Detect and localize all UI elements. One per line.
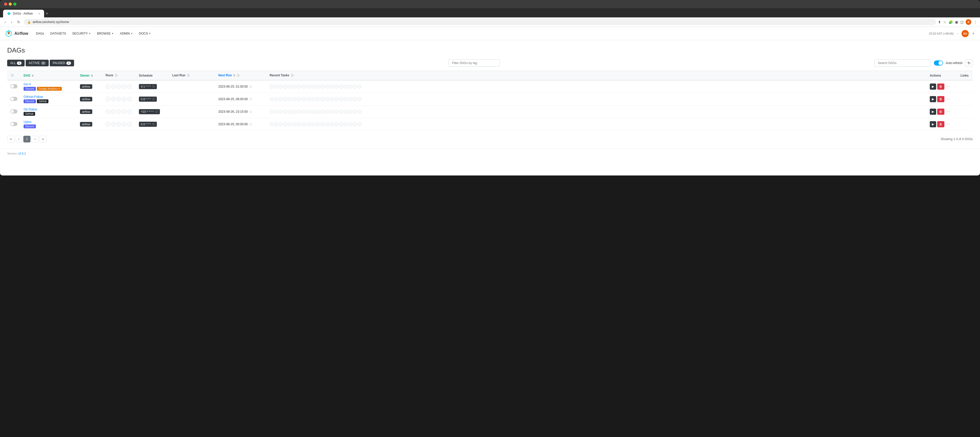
svg-marker-0 <box>8 12 11 15</box>
bookmark-button[interactable]: ☆ <box>943 20 947 24</box>
filter-tab-paused[interactable]: PAUSED 4 <box>50 60 74 66</box>
next-page-button[interactable]: › <box>32 136 38 142</box>
filter-tab-active[interactable]: ACTIVE 0 <box>25 60 49 66</box>
dag-name-link[interactable]: Uplus <box>24 120 74 124</box>
actions-group: ▶ 🗑 ⋯ <box>930 109 955 115</box>
delete-button[interactable]: 🗑 <box>937 121 944 127</box>
share-button[interactable]: ⬆ <box>938 20 941 24</box>
refresh-button[interactable]: ↻ <box>965 59 973 67</box>
delete-button[interactable]: 🗑 <box>937 84 944 90</box>
nav-docs[interactable]: DOCS ▼ <box>136 30 154 37</box>
lastrun-cell <box>169 80 215 93</box>
more-button[interactable]: ⋯ <box>945 84 951 89</box>
close-dot[interactable] <box>4 3 7 6</box>
user-dropdown-arrow[interactable]: ▼ <box>972 32 975 35</box>
schedule-info-icon[interactable]: ⓘ <box>152 85 155 88</box>
nextrun-row-info-icon[interactable]: ⓘ <box>249 123 252 126</box>
dag-name-link[interactable]: GA-4 <box>24 83 74 86</box>
auto-refresh-toggle[interactable] <box>934 60 943 65</box>
timezone-display: 23:32 KST (+09:00) <box>929 32 954 35</box>
tag-discord[interactable]: Discord <box>24 99 36 103</box>
nav-datasets[interactable]: DATASETS <box>48 30 69 37</box>
th-actions: Actions <box>927 71 958 80</box>
airflow-logo <box>5 30 12 37</box>
table-row: GitHub-Follow Discord GitHub airflow <box>7 93 973 105</box>
last-page-button[interactable]: » <box>39 136 47 142</box>
forward-button[interactable]: › <box>10 19 14 25</box>
th-nextrun[interactable]: Next Run ⇅ ⓘ <box>215 71 267 80</box>
play-button[interactable]: ▶ <box>930 84 936 90</box>
more-options-button[interactable]: ⋮ <box>973 20 977 24</box>
task-circle <box>302 122 306 126</box>
schedule-info-icon[interactable]: ⓘ <box>152 122 155 126</box>
window-controls <box>4 3 16 6</box>
url-bar[interactable]: 🔒 airflow.zerohertz.xyz/home <box>24 19 936 25</box>
table-info-icon[interactable]: ⓘ <box>11 74 14 77</box>
dag-enable-toggle[interactable] <box>10 110 18 113</box>
tag-filter-input[interactable] <box>449 59 500 67</box>
nextrun-row-info-icon[interactable]: ⓘ <box>249 85 252 88</box>
runs-cell <box>102 118 136 130</box>
th-owner[interactable]: Owner ⇅ <box>77 71 102 80</box>
lastrun-info-icon[interactable]: ⓘ <box>187 74 189 77</box>
th-dag[interactable]: DAG ⇅ <box>21 71 77 80</box>
nav-dags[interactable]: DAGs <box>33 30 47 37</box>
nextrun-row-info-icon[interactable]: ⓘ <box>249 98 252 101</box>
dag-enable-toggle[interactable] <box>10 122 18 126</box>
version-link[interactable]: v2.6.2 <box>18 152 26 155</box>
play-button[interactable]: ▶ <box>930 109 936 115</box>
first-page-button[interactable]: « <box>7 136 14 142</box>
delete-button[interactable]: 🗑 <box>937 109 944 115</box>
nav-admin[interactable]: ADMIN ▼ <box>118 30 135 37</box>
sidebar-button[interactable]: ◫ <box>960 20 964 24</box>
nextrun-info-icon[interactable]: ⓘ <box>237 74 239 77</box>
profile-avatar[interactable]: R <box>966 19 971 25</box>
play-button[interactable]: ▶ <box>930 96 936 102</box>
task-circle <box>270 110 274 114</box>
split-view-button[interactable]: ▣ <box>955 20 958 24</box>
new-tab-button[interactable]: + <box>46 11 48 16</box>
dag-name-link[interactable]: GitHub-Follow <box>24 95 74 99</box>
tag-discord[interactable]: Discord <box>24 124 36 128</box>
maximize-dot[interactable] <box>13 3 16 6</box>
dag-name-link[interactable]: Git-Status <box>24 108 74 111</box>
minimize-dot[interactable] <box>9 3 12 6</box>
nextrun-row-info-icon[interactable]: ⓘ <box>249 110 252 113</box>
more-button[interactable]: ⋯ <box>945 97 951 101</box>
task-circle <box>316 84 320 89</box>
schedule-info-icon[interactable]: ⓘ <box>155 110 158 113</box>
schedule-info-icon[interactable]: ⓘ <box>152 97 155 101</box>
reload-button[interactable]: ↻ <box>16 19 22 25</box>
showing-text: Showing 1-4 of 4 DAGs <box>941 137 973 141</box>
filter-tab-all[interactable]: ALL 4 <box>7 60 25 66</box>
filter-tabs: ALL 4 ACTIVE 0 PAUSED 4 <box>7 60 74 66</box>
dag-enable-toggle[interactable] <box>10 84 18 88</box>
nav-browse[interactable]: BROWSE ▼ <box>94 30 116 37</box>
tag-ga4[interactable]: Google Analytics 4 <box>37 87 62 91</box>
run-circle <box>127 122 132 127</box>
play-button[interactable]: ▶ <box>930 121 936 127</box>
th-recenttasks: Recent Tasks ⓘ <box>267 71 927 80</box>
th-runs: Runs ⓘ <box>102 71 136 80</box>
recenttasks-info-icon[interactable]: ⓘ <box>291 74 293 77</box>
active-tab[interactable]: DAGs - Airflow × <box>3 10 44 17</box>
more-button[interactable]: ⋯ <box>945 122 951 126</box>
delete-button[interactable]: 🗑 <box>937 96 944 102</box>
search-input[interactable] <box>874 59 931 67</box>
dag-enable-toggle[interactable] <box>10 97 18 101</box>
task-circle <box>339 122 343 126</box>
tag-discord[interactable]: Discord <box>24 87 36 91</box>
current-page-button[interactable]: 1 <box>23 136 31 142</box>
row-toggle-cell <box>7 80 21 93</box>
tab-close-button[interactable]: × <box>38 12 40 15</box>
extensions-button[interactable]: 🧩 <box>948 20 953 24</box>
tag-github[interactable]: GitHub <box>37 99 48 103</box>
user-avatar[interactable]: AU <box>961 30 969 37</box>
runs-info-icon[interactable]: ⓘ <box>115 74 118 77</box>
back-button[interactable]: ‹ <box>3 19 8 25</box>
tag-github[interactable]: GitHub <box>24 112 35 116</box>
security-dropdown-arrow: ▼ <box>89 32 91 35</box>
prev-page-button[interactable]: ‹ <box>16 136 22 142</box>
more-button[interactable]: ⋯ <box>945 110 951 114</box>
nav-security[interactable]: SECURITY ▼ <box>70 30 94 37</box>
